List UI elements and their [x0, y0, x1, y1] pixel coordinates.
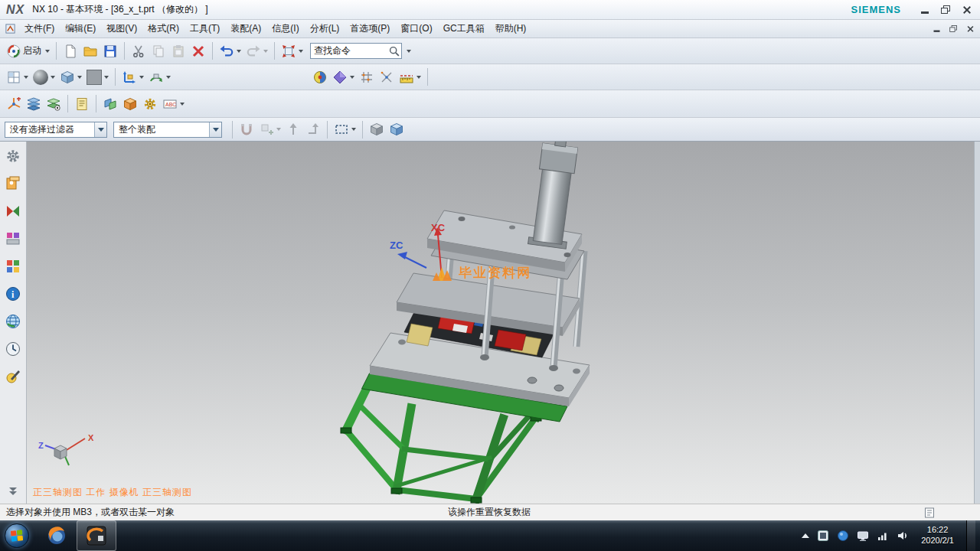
snap-point-button[interactable]: [357, 67, 377, 87]
delete-button[interactable]: [188, 41, 208, 61]
rotate-view-button[interactable]: [146, 67, 173, 87]
snap-point-2-button[interactable]: [377, 67, 397, 87]
menu-item-view[interactable]: 视图(V): [101, 20, 142, 37]
show-hide-gray-button[interactable]: [367, 119, 387, 140]
open-file-button[interactable]: [80, 41, 100, 61]
taskbar-nx-button[interactable]: [77, 520, 116, 551]
status-clipboard-icon[interactable]: [923, 507, 936, 519]
menu-item-window[interactable]: 窗口(O): [395, 20, 437, 37]
start-button[interactable]: [5, 523, 29, 548]
annotation-abc-button[interactable]: ABC: [160, 93, 187, 114]
undo-button[interactable]: [217, 41, 243, 61]
render-style-icon: [312, 70, 328, 85]
internet-globe-icon[interactable]: [5, 313, 21, 330]
menu-item-format[interactable]: 格式(R): [142, 20, 185, 37]
reuse-library-icon[interactable]: [5, 258, 21, 275]
rendering-style-button[interactable]: [310, 67, 330, 87]
move-face-button[interactable]: [100, 93, 120, 114]
measure-distance-button[interactable]: [397, 67, 423, 87]
feature-gear-button[interactable]: [140, 93, 160, 114]
3d-model-press-fixture[interactable]: ZC XC: [325, 142, 632, 504]
show-hide-blue-button[interactable]: [387, 119, 407, 140]
datum-csys-button[interactable]: [4, 93, 24, 114]
background-color-button[interactable]: [84, 67, 111, 87]
touch-mode-button[interactable]: [279, 41, 305, 61]
layer-settings-button[interactable]: [24, 93, 44, 114]
info-icon[interactable]: i: [5, 285, 21, 302]
cut-button[interactable]: [129, 41, 149, 61]
save-button[interactable]: [100, 41, 120, 61]
display-icon[interactable]: [857, 530, 869, 542]
history-clock-icon[interactable]: [5, 341, 21, 357]
previous-selection-button[interactable]: [303, 119, 323, 140]
menu-item-gc-toolbox[interactable]: GC工具箱: [438, 20, 490, 37]
chevron-down-icon: [24, 76, 28, 79]
menu-item-preferences[interactable]: 首选项(P): [345, 20, 395, 37]
search-options-button[interactable]: [402, 41, 413, 61]
safety-ball-icon[interactable]: [837, 530, 849, 542]
shaded-view-button[interactable]: [57, 67, 84, 87]
move-face-icon: [103, 96, 118, 112]
abc-label-icon: ABC: [162, 96, 178, 112]
title-bar: NX NX 10 - 基本环境 - [36_x_t.prt （修改的） ] SI…: [0, 0, 980, 20]
assembly-navigator-icon[interactable]: [5, 203, 21, 220]
child-minimize-icon[interactable]: [934, 30, 940, 31]
roles-icon[interactable]: [5, 175, 21, 192]
resource-bar: i: [0, 142, 27, 504]
menu-item-file[interactable]: 文件(F): [19, 20, 60, 37]
start-menu-button[interactable]: 启动: [4, 41, 52, 61]
restore-button-icon[interactable]: [941, 5, 950, 14]
open-folder-icon: [83, 44, 98, 59]
menu-item-information[interactable]: 信息(I): [266, 20, 304, 37]
network-icon[interactable]: [877, 530, 889, 542]
show-desktop-button[interactable]: [966, 520, 975, 551]
sidebar-collapse-chevron-icon[interactable]: [5, 482, 21, 499]
orient-axes-icon: [122, 70, 137, 85]
layer-visible-button[interactable]: [44, 93, 64, 114]
minimize-button-icon[interactable]: [921, 11, 929, 14]
display-mode-button[interactable]: [31, 67, 57, 87]
shaded-with-edges-button[interactable]: [330, 67, 357, 87]
selection-scope-value: 整个装配: [119, 123, 155, 136]
toolbar-standard: 启动: [0, 38, 980, 64]
marquee-select-button[interactable]: [332, 119, 358, 140]
volume-icon[interactable]: [897, 530, 909, 542]
selection-scope-dropdown[interactable]: 整个装配: [113, 122, 222, 138]
constraint-navigator-icon[interactable]: [5, 230, 21, 247]
selection-filter-dropdown[interactable]: 没有选择过滤器: [5, 122, 107, 138]
command-finder-input[interactable]: [311, 44, 387, 57]
materials-pen-icon[interactable]: [5, 368, 21, 385]
taskbar-browser-button[interactable]: [37, 520, 77, 551]
view-layout-button[interactable]: [4, 67, 31, 87]
orient-view-button[interactable]: [119, 67, 146, 87]
view-triad: X Z: [38, 432, 106, 471]
redo-button[interactable]: [243, 41, 270, 61]
marquee-rect-icon: [334, 122, 349, 137]
extrude-button[interactable]: [120, 93, 140, 114]
hidden-icons-chevron[interactable]: [802, 533, 809, 538]
information-note-button[interactable]: [72, 93, 92, 114]
svg-text:ABC: ABC: [165, 102, 176, 107]
copy-button[interactable]: [149, 41, 168, 61]
menu-item-edit[interactable]: 编辑(E): [60, 20, 101, 37]
search-icon[interactable]: [387, 44, 401, 58]
menu-item-help[interactable]: 帮助(H): [490, 20, 532, 37]
scissors-icon: [131, 44, 146, 59]
menu-item-analysis[interactable]: 分析(L): [305, 20, 345, 37]
move-up-assembly-button[interactable]: [283, 119, 303, 140]
paste-button[interactable]: [168, 41, 188, 61]
taskbar-clock[interactable]: 16:22 2020/2/1: [921, 525, 954, 546]
ime-indicator-icon[interactable]: [817, 530, 829, 542]
snap-magnet-button[interactable]: [237, 119, 256, 140]
menu-item-tools[interactable]: 工具(T): [185, 20, 225, 37]
child-close-icon[interactable]: [967, 25, 974, 32]
graphics-viewport[interactable]: ZC XC 毕业资料网 X: [27, 142, 974, 504]
new-file-button[interactable]: [60, 41, 80, 61]
gear-icon[interactable]: [5, 148, 21, 165]
clock-time: 16:22: [921, 525, 954, 536]
highlight-button[interactable]: [256, 119, 283, 140]
child-restore-icon[interactable]: [949, 25, 957, 32]
close-button-icon[interactable]: [962, 5, 971, 14]
menu-item-assemblies[interactable]: 装配(A): [225, 20, 266, 37]
clock-date: 2020/2/1: [921, 536, 954, 546]
